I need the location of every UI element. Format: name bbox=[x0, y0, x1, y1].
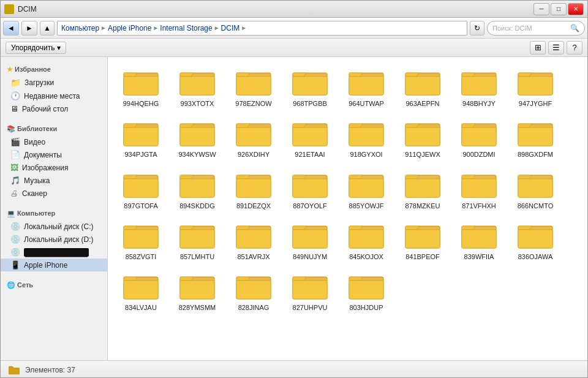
folder-item[interactable]: 894SKDDG bbox=[170, 165, 224, 214]
folder-item[interactable]: 857LMHTU bbox=[170, 216, 224, 265]
folder-item[interactable]: 921ETAAI bbox=[283, 114, 337, 162]
folder-item[interactable]: 866NCMTO bbox=[508, 165, 562, 214]
folder-item[interactable]: 898GXDFM bbox=[508, 114, 562, 162]
desktop-icon: 🖥 bbox=[10, 104, 18, 113]
sidebar-item-downloads[interactable]: 📁 Загрузки bbox=[1, 76, 107, 89]
search-bar[interactable]: Поиск: DCIM 🔍 bbox=[487, 21, 585, 36]
sidebar-item-music[interactable]: 🎵 Музыка bbox=[1, 174, 107, 187]
sidebar-item-drive-c[interactable]: 💿 Локальный диск (C:) bbox=[1, 220, 107, 233]
folder-item[interactable]: 948BHYJY bbox=[452, 63, 506, 112]
folder-item[interactable]: 968TPGBB bbox=[283, 63, 337, 112]
sidebar-item-apple-iphone[interactable]: 📱 Apple iPhone bbox=[1, 259, 107, 271]
sidebar-item-label: Сканер bbox=[22, 189, 47, 198]
folder-item[interactable]: 918GYXOI bbox=[339, 114, 393, 162]
folder-label: 897GTOFA bbox=[124, 202, 157, 210]
folder-item[interactable]: 849NUJYM bbox=[283, 216, 337, 265]
sidebar-item-images[interactable]: 🖼 Изображения bbox=[1, 161, 107, 174]
title-controls: ─ □ ✕ bbox=[533, 3, 584, 15]
minimize-button[interactable]: ─ bbox=[533, 3, 549, 15]
sidebar-item-hidden-drive[interactable]: 💿 ████████████ bbox=[1, 246, 107, 259]
view-large-icons-button[interactable]: ⊞ bbox=[530, 41, 546, 55]
folder-icon bbox=[348, 271, 385, 301]
svg-rect-25 bbox=[349, 127, 383, 146]
folder-item[interactable]: 994HQEHG bbox=[114, 63, 168, 112]
folder-icon bbox=[123, 169, 159, 200]
forward-button[interactable]: ► bbox=[21, 21, 37, 36]
folder-item[interactable]: 836OJAWA bbox=[508, 216, 562, 265]
folder-item[interactable]: 911QJEWX bbox=[396, 114, 450, 162]
folder-item[interactable]: 934PJGTA bbox=[114, 114, 168, 162]
maximize-button[interactable]: □ bbox=[551, 3, 567, 15]
music-icon: 🎵 bbox=[10, 176, 20, 185]
folder-label: 803HJDUP bbox=[349, 303, 383, 312]
folder-icon bbox=[348, 118, 385, 148]
folder-item[interactable]: 803HJDUP bbox=[339, 267, 393, 316]
title-bar: DCIM ─ □ ✕ bbox=[1, 1, 587, 18]
folder-item[interactable]: 878MZKEU bbox=[396, 165, 450, 214]
folder-icon bbox=[123, 271, 159, 301]
folder-item[interactable]: 900DZDMI bbox=[452, 114, 506, 162]
folder-item[interactable]: 993XTOTX bbox=[170, 63, 224, 112]
search-placeholder: Поиск: DCIM bbox=[492, 25, 532, 32]
folder-item[interactable]: 887OYOLF bbox=[283, 165, 337, 214]
folder-item[interactable]: 963AEPFN bbox=[396, 63, 450, 112]
help-button[interactable]: ? bbox=[567, 41, 582, 55]
folder-item[interactable]: 828JINAG bbox=[227, 267, 281, 316]
crumb-iphone[interactable]: Apple iPhone bbox=[108, 24, 151, 32]
svg-rect-39 bbox=[293, 179, 327, 197]
refresh-button[interactable]: ↻ bbox=[470, 21, 484, 36]
sidebar-item-desktop[interactable]: 🖥 Рабочий стол bbox=[1, 102, 107, 115]
folder-item[interactable]: 851AVRJX bbox=[227, 216, 281, 265]
folder-label: 885YOWJF bbox=[349, 202, 384, 210]
folder-label: 921ETAAI bbox=[295, 150, 325, 159]
folder-item[interactable]: 885YOWJF bbox=[339, 165, 393, 214]
window-title: DCIM bbox=[18, 5, 37, 13]
folder-label: 918GYXOI bbox=[350, 150, 382, 159]
svg-rect-63 bbox=[518, 230, 552, 248]
folder-item[interactable]: 839WFIIA bbox=[452, 216, 506, 265]
sidebar-item-drive-d[interactable]: 💿 Локальный диск (D:) bbox=[1, 233, 107, 246]
up-button[interactable]: ▲ bbox=[40, 21, 55, 36]
sidebar-item-scanner[interactable]: 🖨 Сканер bbox=[1, 187, 107, 200]
folder-item[interactable]: 871VFHXH bbox=[452, 165, 506, 214]
folder-item[interactable]: 841BPEOF bbox=[396, 216, 450, 265]
folder-item[interactable]: 891DEZQX bbox=[227, 165, 281, 214]
sort-button[interactable]: Упорядочить ▾ bbox=[6, 42, 66, 54]
sidebar-item-label: Рабочий стол bbox=[22, 105, 68, 113]
folder-item[interactable]: 964UTWAP bbox=[339, 63, 393, 112]
folder-item[interactable]: 897GTOFA bbox=[114, 165, 168, 214]
sidebar-item-label: Изображения bbox=[22, 164, 68, 172]
iphone-icon: 📱 bbox=[10, 260, 20, 270]
folder-item[interactable]: 947JYGHF bbox=[508, 63, 562, 112]
network-label: 🌐 Сеть bbox=[1, 276, 107, 292]
folder-item[interactable]: 828YMSMM bbox=[170, 267, 224, 316]
folder-icon bbox=[179, 271, 216, 301]
sidebar-item-recent[interactable]: 🕐 Недавние места bbox=[1, 89, 107, 102]
folder-item[interactable]: 827UHPVU bbox=[283, 267, 337, 316]
folder-label: 836OJAWA bbox=[518, 252, 553, 261]
back-button[interactable]: ◄ bbox=[3, 21, 19, 36]
sidebar-item-documents[interactable]: 📄 Документы bbox=[1, 148, 107, 161]
folder-item[interactable]: 926XDIHY bbox=[227, 114, 281, 162]
svg-rect-65 bbox=[124, 281, 158, 299]
view-list-button[interactable]: ☰ bbox=[548, 41, 564, 55]
folder-label: 963AEPFN bbox=[405, 99, 439, 108]
sidebar-item-label: Локальный диск (D:) bbox=[24, 235, 94, 244]
address-bar[interactable]: Компьютер ► Apple iPhone ► Internal Stor… bbox=[57, 21, 467, 36]
folder-item[interactable]: 858ZVGTI bbox=[114, 216, 168, 265]
folder-item[interactable]: 978EZNOW bbox=[227, 63, 281, 112]
close-button[interactable]: ✕ bbox=[568, 3, 584, 15]
folder-icon bbox=[517, 118, 554, 148]
status-count: Элементов: 37 bbox=[25, 366, 75, 374]
folder-label: 978EZNOW bbox=[235, 99, 271, 108]
crumb-computer[interactable]: Компьютер bbox=[61, 24, 99, 32]
folder-item[interactable]: 834LVJAU bbox=[114, 267, 168, 316]
folder-item[interactable]: 845KOJOX bbox=[339, 216, 393, 265]
sidebar-item-label: Недавние места bbox=[24, 92, 80, 100]
svg-rect-1 bbox=[124, 77, 158, 95]
sidebar: ★ Избранное 📁 Загрузки 🕐 Недавние места … bbox=[1, 57, 108, 360]
crumb-storage[interactable]: Internal Storage bbox=[160, 24, 212, 32]
crumb-dcim[interactable]: DCIM bbox=[221, 24, 240, 32]
folder-item[interactable]: 934KYWSW bbox=[170, 114, 224, 162]
sidebar-item-video[interactable]: 🎬 Видео bbox=[1, 135, 107, 148]
